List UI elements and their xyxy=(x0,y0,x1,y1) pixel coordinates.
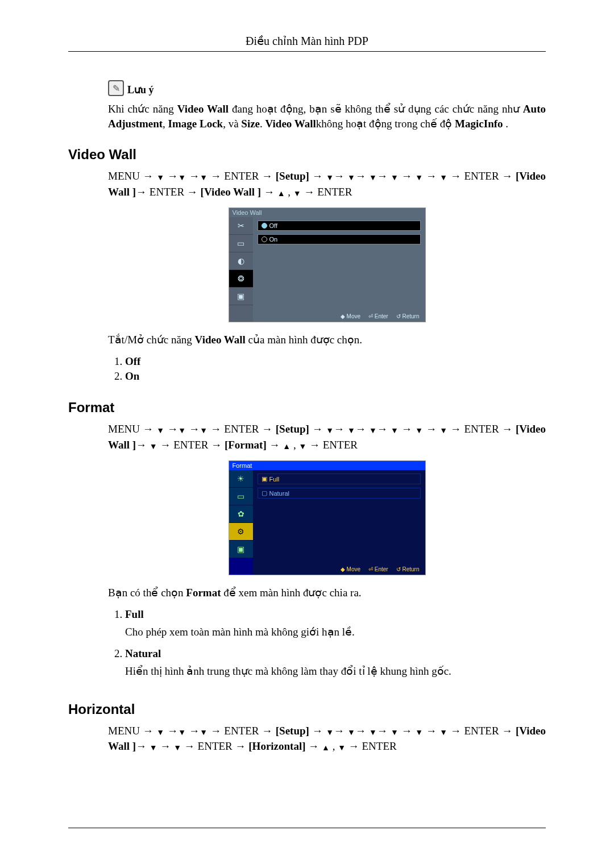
t: → ENTER → xyxy=(157,439,225,451)
t: Size xyxy=(241,118,260,130)
note-label: Lưu ý xyxy=(127,84,154,96)
option-desc: Hiển thị hình ảnh trung thực mà không là… xyxy=(125,665,546,678)
t: → ENTER → xyxy=(447,725,516,737)
down-arrow-icon: ▼ xyxy=(156,172,164,184)
t: Enter xyxy=(375,313,388,319)
video-wall-desc: Tắt/Mở chức năng Video Wall của màn hình… xyxy=(108,333,546,347)
t: Khi chức năng xyxy=(108,103,177,115)
section-title-horizontal: Horizontal xyxy=(68,701,546,717)
t: [Setup] xyxy=(276,170,309,182)
note-block: ✎ Lưu ý Khi chức năng Video Wall đang ho… xyxy=(108,80,546,131)
down-arrow-icon: ▼ xyxy=(326,727,334,738)
up-arrow-icon: ▲ xyxy=(322,742,330,754)
osd-icon: ▭ xyxy=(229,488,253,505)
t: [Setup] xyxy=(276,725,309,737)
osd-option-label: Off xyxy=(269,222,277,229)
format-options: Full Cho phép xem toàn màn hình mà không… xyxy=(108,607,546,686)
t: → xyxy=(136,439,150,451)
option-label: Natural xyxy=(125,647,161,659)
osd-footer: ◆ Move ⏎ Enter ↺ Return xyxy=(259,566,420,572)
down-arrow-icon: ▼ xyxy=(347,172,355,184)
t: → xyxy=(355,423,369,435)
t: → xyxy=(136,740,150,752)
down-arrow-icon: ▼ xyxy=(415,425,423,437)
down-arrow-icon: ▼ xyxy=(178,727,186,738)
menu-path-horizontal: MENU → ▼ →▼ →▼ → ENTER → [Setup] → ▼→ ▼→… xyxy=(108,723,546,754)
t: → ENTER → xyxy=(208,725,276,737)
down-arrow-icon: ▼ xyxy=(415,727,423,738)
osd-icon: ⚙ xyxy=(229,523,253,541)
t: → xyxy=(186,725,200,737)
down-arrow-icon: ▼ xyxy=(391,425,399,437)
t: → xyxy=(164,170,178,182)
osd-icon: ▣ xyxy=(229,288,253,305)
t: → ENTER xyxy=(306,439,358,451)
t: → ENTER → xyxy=(208,170,276,182)
down-arrow-icon: ▼ xyxy=(369,172,377,184)
t: . xyxy=(503,118,509,130)
t: đang hoạt động, bạn sẽ không thể sử dụng… xyxy=(229,103,523,115)
t: → xyxy=(399,725,415,737)
t: để xem màn hình được chia ra. xyxy=(221,587,362,599)
t: → ENTER → xyxy=(447,170,516,182)
t: → ENTER xyxy=(301,186,352,198)
t: → xyxy=(186,423,200,435)
t: → xyxy=(334,725,347,737)
osd-footer: ◆ Move ⏎ Enter ↺ Return xyxy=(259,313,420,319)
osd-title: Video Wall xyxy=(229,208,425,217)
t: Enter xyxy=(375,566,388,572)
list-item: Off xyxy=(125,354,546,369)
section-title-format: Format xyxy=(68,400,546,416)
osd-side-icons: ☀ ▭ ✿ ⚙ ▣ xyxy=(229,470,253,575)
t: → ENTER → xyxy=(181,740,248,752)
down-arrow-icon: ▼ xyxy=(293,188,301,200)
option-desc: Cho phép xem toàn màn hình mà không giới… xyxy=(125,625,546,638)
down-arrow-icon: ▼ xyxy=(439,425,447,437)
osd-footer-return: ↺ Return xyxy=(396,313,420,319)
t: [Format] xyxy=(225,439,267,451)
down-arrow-icon: ▼ xyxy=(439,727,447,738)
t: → xyxy=(309,423,326,435)
down-arrow-icon: ▼ xyxy=(369,727,377,738)
osd-footer-move: ◆ Move xyxy=(341,313,360,319)
t: → xyxy=(309,170,326,182)
osd-footer-enter: ⏎ Enter xyxy=(368,566,388,572)
osd-option-label: Natural xyxy=(269,490,289,497)
radio-icon xyxy=(262,223,267,229)
t: MENU → xyxy=(108,423,156,435)
menu-path-video-wall: MENU → ▼ →▼ →▼ → ENTER → [Setup] → ▼→ ▼→… xyxy=(108,168,546,200)
down-arrow-icon: ▼ xyxy=(326,172,334,184)
down-arrow-icon: ▼ xyxy=(156,425,164,437)
down-arrow-icon: ▼ xyxy=(173,742,181,754)
down-arrow-icon: ▼ xyxy=(178,425,186,437)
t: → xyxy=(164,725,178,737)
t: → xyxy=(423,423,439,435)
page-header-title: Điều chỉnh Màn hình PDP xyxy=(68,34,546,51)
t: Format xyxy=(186,587,221,599)
t: [Horizontal] xyxy=(248,740,305,752)
down-arrow-icon: ▼ xyxy=(326,425,334,437)
osd-icon: ✂ xyxy=(229,217,253,235)
t: → xyxy=(334,423,347,435)
down-arrow-icon: ▼ xyxy=(150,742,157,754)
osd-side-icons: ✂ ▭ ◐ ❂ ▣ xyxy=(229,217,253,322)
option-label: Off xyxy=(125,355,140,367)
down-arrow-icon: ▼ xyxy=(338,742,346,754)
t: → ENTER → xyxy=(447,423,516,435)
t: Image Lock xyxy=(168,118,223,130)
t: → xyxy=(399,170,415,182)
osd-footer-enter: ⏎ Enter xyxy=(368,313,388,319)
t: → xyxy=(309,725,326,737)
osd-title: Format xyxy=(229,461,425,470)
t: . xyxy=(260,118,265,130)
t: → xyxy=(306,740,322,752)
t: → xyxy=(377,170,391,182)
down-arrow-icon: ▼ xyxy=(200,727,208,738)
t: → xyxy=(423,170,439,182)
t: Return xyxy=(402,313,419,319)
osd-icon: ☀ xyxy=(229,470,253,488)
t: MagicInfo xyxy=(455,118,503,130)
t: → ENTER → xyxy=(208,423,276,435)
option-label: Full xyxy=(125,608,144,620)
t: → xyxy=(399,423,415,435)
